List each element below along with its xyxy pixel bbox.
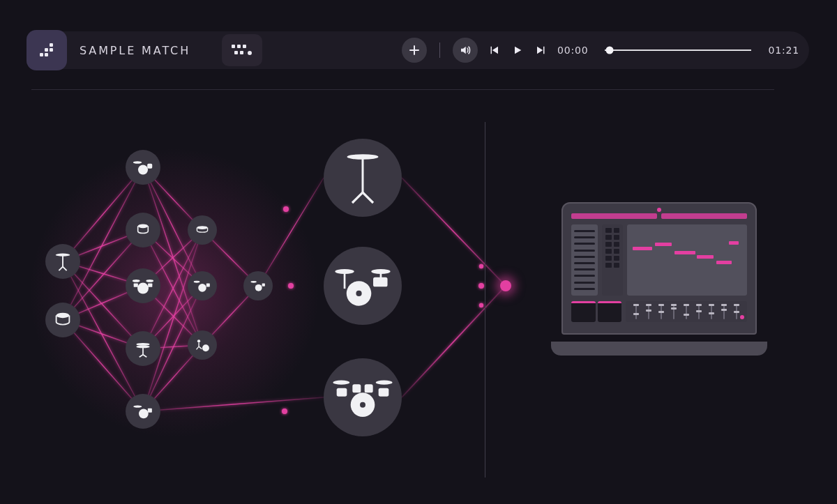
fader[interactable]: [635, 304, 637, 319]
svg-rect-3: [50, 48, 53, 52]
fader[interactable]: [648, 304, 649, 319]
svg-rect-97: [365, 384, 373, 392]
fader[interactable]: [686, 304, 687, 319]
skip-next-icon: [535, 44, 548, 56]
svg-rect-8: [234, 51, 238, 54]
snare-drum-icon: [195, 222, 210, 238]
daw-midi-note: [716, 261, 732, 264]
record-indicator-icon: [740, 315, 744, 319]
h1-node-1: [126, 213, 160, 247]
next-button[interactable]: [534, 43, 549, 58]
daw-monitor-panels: [571, 301, 621, 322]
daw-laptop: [551, 202, 767, 356]
svg-rect-7: [243, 45, 246, 48]
cymbal-stand-icon: [52, 251, 73, 272]
tom-drum-icon: [52, 310, 73, 330]
pass-node: [243, 271, 273, 300]
daw-top-bars: [571, 213, 747, 219]
drum-kit-small-icon: [250, 279, 266, 293]
drum-kit-icon: [132, 277, 154, 295]
svg-rect-96: [352, 384, 361, 392]
output-node-drumkit: [324, 247, 402, 325]
h2-node-1: [188, 271, 217, 300]
h1-node-4: [126, 394, 160, 429]
svg-point-58: [56, 313, 70, 319]
previous-button[interactable]: [486, 43, 502, 58]
laptop-camera-icon: [657, 208, 661, 212]
svg-point-72: [139, 409, 149, 419]
svg-rect-0: [40, 53, 43, 56]
svg-line-49: [402, 286, 506, 397]
drum-kit-small-icon: [133, 403, 153, 420]
svg-point-76: [198, 284, 206, 292]
add-button[interactable]: [402, 38, 427, 63]
fader[interactable]: [698, 304, 700, 319]
svg-line-12: [63, 167, 143, 261]
pattern-selector-button[interactable]: [222, 34, 262, 66]
svg-point-50: [283, 206, 289, 212]
volume-button[interactable]: [453, 38, 478, 63]
laptop-base: [551, 342, 767, 356]
svg-point-65: [137, 283, 149, 294]
svg-point-91: [356, 291, 361, 296]
play-button[interactable]: [510, 43, 525, 58]
daw-mixer-faders: [626, 301, 747, 322]
volume-icon: [459, 44, 472, 56]
fader[interactable]: [661, 304, 662, 319]
h2-node-2: [188, 330, 217, 360]
svg-rect-61: [147, 164, 152, 169]
svg-point-92: [333, 381, 349, 385]
time-total: 01:21: [768, 45, 799, 56]
svg-point-59: [133, 161, 142, 164]
h1-node-0: [126, 150, 160, 185]
fader[interactable]: [736, 304, 737, 319]
pattern-dots-icon: [37, 40, 56, 60]
svg-rect-86: [344, 272, 346, 289]
svg-point-81: [255, 284, 262, 291]
app-logo[interactable]: [27, 30, 67, 70]
svg-point-78: [197, 339, 200, 342]
svg-point-55: [479, 303, 483, 307]
drum-kit-small-icon: [133, 158, 153, 176]
drummer-icon: [194, 337, 211, 353]
daw-track-list: [571, 224, 598, 296]
app-title: SAMPLE MATCH: [80, 44, 190, 57]
svg-rect-1: [45, 53, 48, 56]
h1-node-2: [126, 268, 160, 303]
svg-rect-5: [232, 45, 235, 48]
fader[interactable]: [711, 304, 712, 319]
fader[interactable]: [723, 304, 725, 319]
svg-point-74: [197, 226, 207, 229]
plus-icon: [409, 45, 420, 56]
daw-midi-note: [674, 251, 695, 254]
diagram-vertical-divider: [485, 122, 485, 478]
daw-pad-grid: [602, 224, 623, 296]
svg-point-60: [138, 165, 148, 174]
time-current: 00:00: [557, 45, 589, 56]
output-convergence-dot: [500, 280, 511, 291]
fader[interactable]: [673, 304, 674, 319]
svg-rect-82: [262, 283, 265, 286]
svg-point-54: [479, 264, 483, 268]
pattern-dots-icon: [230, 43, 254, 58]
svg-line-44: [258, 178, 324, 286]
tom-drum-icon: [134, 221, 152, 239]
svg-point-99: [360, 402, 365, 408]
svg-point-52: [282, 408, 287, 414]
transport-header: SAMPLE MATCH: [28, 31, 809, 69]
svg-point-79: [202, 344, 209, 351]
seek-bar[interactable]: [605, 43, 751, 57]
svg-point-93: [376, 381, 393, 385]
seek-track: [605, 49, 751, 51]
svg-rect-70: [142, 346, 144, 354]
svg-point-64: [146, 280, 153, 282]
vertical-divider: [439, 43, 440, 58]
svg-point-51: [288, 283, 294, 289]
daw-midi-note: [633, 247, 652, 250]
laptop-screen: [561, 202, 757, 335]
seek-thumb[interactable]: [605, 47, 613, 54]
svg-rect-6: [237, 45, 241, 48]
output-node-cymbal: [324, 139, 402, 217]
svg-point-62: [138, 224, 149, 228]
drum-kit-icon: [193, 278, 211, 293]
